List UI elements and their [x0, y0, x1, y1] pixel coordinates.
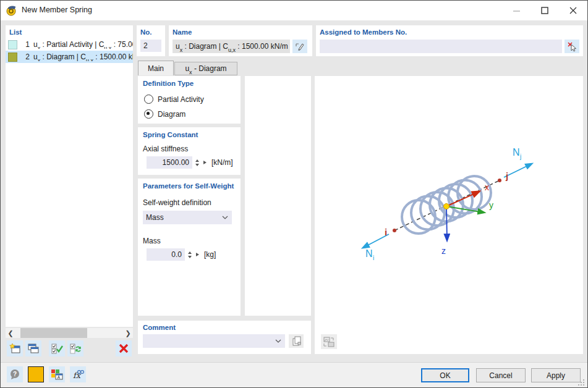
node-i-label: i	[385, 227, 387, 237]
checkbox-sync-icon	[69, 343, 82, 354]
no-panel: No. 2	[137, 25, 165, 56]
copy-entry-button[interactable]	[25, 340, 41, 356]
window-titlebar: New Member Spring	[1, 1, 587, 20]
mass-label: Mass	[143, 237, 241, 245]
empty-panel	[245, 76, 311, 316]
tab-main[interactable]: Main	[138, 61, 174, 75]
select-all-button[interactable]	[49, 340, 65, 356]
resize-grip[interactable]	[578, 379, 585, 386]
scrollbar-thumb[interactable]	[20, 328, 87, 338]
spring-diagram: i j N i N j x y z	[315, 76, 583, 354]
apply-button[interactable]: Apply	[531, 368, 581, 382]
cancel-button[interactable]: Cancel	[476, 368, 526, 382]
checkboxes-check-icon	[51, 343, 63, 354]
formula-button[interactable]: fx	[70, 366, 86, 382]
expand-arrow-icon[interactable]	[203, 161, 207, 164]
node-j-dot	[498, 179, 501, 182]
mass-unit: [kg]	[204, 250, 216, 259]
scroll-left-icon[interactable]: ❮	[6, 328, 15, 338]
comment-copy-button[interactable]	[289, 334, 304, 348]
help-button[interactable]: ?	[7, 366, 23, 382]
swap-image-button[interactable]	[321, 334, 337, 349]
expand-arrow-icon[interactable]	[196, 253, 199, 256]
cursor-select-x-icon	[567, 41, 577, 52]
svg-text:A: A	[58, 375, 61, 379]
swap-images-icon	[323, 337, 334, 347]
new-window-icon	[9, 343, 21, 354]
maximize-button[interactable]	[530, 1, 559, 20]
force-ni-label: N	[365, 248, 373, 259]
list-item-2[interactable]: 2 ux : Diagram | Cu,x : 1500.00 kN/m	[6, 51, 133, 63]
list-panel: List 1 ux : Partial Activity | Cu,x : 75…	[6, 25, 133, 327]
color-squares-icon: A	[51, 369, 63, 380]
axis-z-label: z	[441, 246, 446, 256]
tab-ux-diagram[interactable]: ux - Diagram	[174, 62, 237, 75]
self-weight-definition-label: Self-weight definition	[143, 198, 241, 207]
radio-diagram[interactable]: Diagram	[144, 109, 241, 119]
self-weight-header: Parameters for Self-Weight	[138, 179, 241, 190]
window-title: New Member Spring	[22, 6, 92, 14]
list-horizontal-scrollbar: ❮ ❯	[6, 328, 133, 338]
svg-text:i: i	[373, 255, 374, 261]
assigned-label: Assigned to Members No.	[316, 25, 583, 36]
spinner-control[interactable]	[195, 159, 199, 166]
pencil-icon	[295, 42, 305, 51]
mass-input[interactable]: 0.0	[147, 248, 185, 261]
comment-section: Comment	[138, 321, 311, 354]
axial-stiffness-unit: [kN/m]	[211, 158, 233, 167]
display-options-button[interactable]: A	[49, 366, 65, 382]
chevron-down-icon	[222, 216, 228, 219]
name-label: Name	[169, 25, 312, 36]
no-field[interactable]: 2	[140, 40, 161, 52]
svg-text:fx: fx	[73, 371, 82, 380]
select-members-button[interactable]	[565, 40, 579, 53]
list-header: List	[6, 25, 133, 38]
axis-x-label: x	[485, 182, 489, 192]
axis-z-arrow	[446, 206, 447, 240]
node-j-label: j	[505, 171, 508, 181]
list-item-label: ux : Diagram | Cu,x : 1500.00 kN/m	[33, 53, 133, 61]
ok-button[interactable]: OK	[421, 368, 469, 382]
edit-name-button[interactable]	[292, 40, 307, 53]
scrollbar-track[interactable]	[15, 328, 123, 338]
radio-partial-activity[interactable]: Partial Activity	[144, 95, 241, 104]
color-swatch	[8, 53, 17, 62]
list-item-label: ux : Partial Activity | Cu,x : 75.00 k	[33, 40, 133, 49]
delete-x-icon	[119, 344, 129, 353]
svg-text:?: ?	[13, 371, 17, 377]
self-weight-definition-select[interactable]: Mass	[143, 211, 232, 224]
fx-glasses-icon: fx	[72, 369, 84, 380]
spinner-control[interactable]	[188, 251, 192, 258]
assigned-panel: Assigned to Members No.	[316, 25, 583, 56]
diagram-panel: i j N i N j x y z	[315, 76, 583, 354]
invert-selection-button[interactable]	[67, 340, 83, 356]
assigned-members-input[interactable]	[320, 40, 562, 53]
color-swatch	[8, 40, 17, 49]
radio-icon	[144, 95, 153, 104]
close-button[interactable]	[559, 1, 587, 20]
origin-dot	[444, 204, 450, 209]
no-label: No.	[137, 25, 165, 36]
name-panel: Name ux : Diagram | Cu,x : 1500.00 kN/m …	[169, 25, 312, 56]
axis-y-label: y	[489, 200, 493, 210]
spring-constant-header: Spring Constant	[138, 127, 241, 138]
new-entry-button[interactable]	[7, 340, 23, 356]
axial-stiffness-input[interactable]: 1500.00	[147, 156, 192, 169]
spring-constant-section: Spring Constant Axial stiffness 1500.00 …	[138, 127, 241, 175]
list-item-1[interactable]: 1 ux : Partial Activity | Cu,x : 75.00 k	[6, 38, 133, 51]
copy-windows-icon	[27, 343, 40, 354]
delete-entry-button[interactable]	[116, 340, 132, 356]
spring-icon	[6, 5, 17, 16]
definition-type-section: Definition Type Partial Activity Diagram	[138, 76, 241, 124]
minimize-button[interactable]	[502, 1, 530, 20]
pages-icon	[292, 336, 301, 346]
scroll-right-icon[interactable]: ❯	[123, 328, 133, 338]
chevron-down-icon	[275, 339, 281, 343]
name-field[interactable]: ux : Diagram | Cu,x : 1500.00 kN/m | M	[173, 40, 290, 53]
color-swatch-button[interactable]	[28, 366, 44, 382]
node-i-dot	[393, 229, 396, 232]
comment-select[interactable]	[143, 334, 285, 348]
new-member-spring-dialog: New Member Spring List 1 ux : Partial Ac…	[0, 0, 588, 388]
comment-header: Comment	[138, 321, 311, 331]
radio-selected-icon	[144, 109, 153, 119]
